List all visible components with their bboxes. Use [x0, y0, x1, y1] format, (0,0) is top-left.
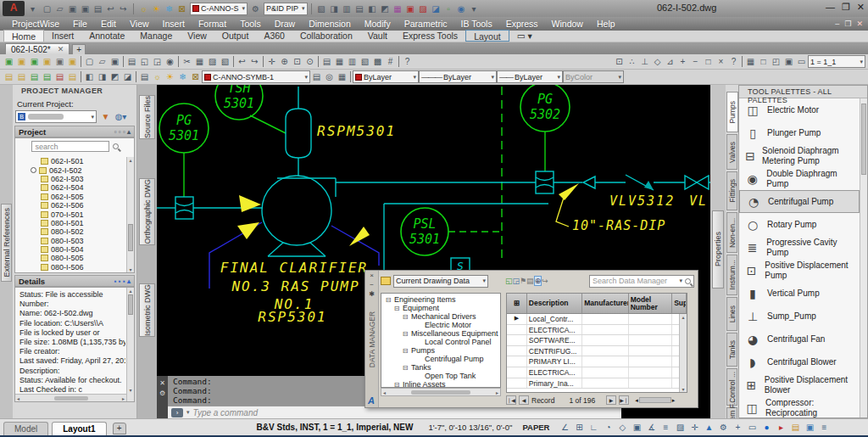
ribbon-tab[interactable]: Insert: [44, 30, 81, 42]
palette-tool-item[interactable]: ◗ Centrifugal Blower: [739, 350, 860, 373]
pm-side-tab[interactable]: Isometric DWG: [139, 283, 155, 337]
palette-tool-item[interactable]: ◫ Compressor: Reciprocating: [739, 396, 860, 417]
qat-icon[interactable]: ▱: [53, 3, 66, 15]
qat-icon[interactable]: ▣: [404, 3, 417, 15]
status-toggle-icon[interactable]: ∟: [587, 423, 600, 432]
palette-tab[interactable]: Pumps: [726, 92, 738, 132]
tool-palettes-title[interactable]: TOOL PALETTES - ALL PALETTES: [739, 86, 867, 98]
status-toggle-icon[interactable]: ∠: [558, 423, 571, 432]
layer-tool-icon[interactable]: ◧: [83, 70, 96, 83]
palette-tool-item[interactable]: ◉ Double Diaphragm Pump: [739, 167, 860, 190]
data-manager-icon[interactable]: ⚑: [520, 277, 526, 285]
dm-tree-item[interactable]: ⊟ Engineering Items: [383, 295, 500, 304]
table-row[interactable]: PRIMARY LI...: [507, 356, 687, 367]
new-layout-button[interactable]: +: [113, 423, 126, 434]
customize-icon[interactable]: ⚙: [157, 389, 168, 399]
workspace-gear-icon[interactable]: ⚙: [249, 3, 262, 15]
layer-state-icon[interactable]: ❄: [176, 70, 189, 83]
layer-combo[interactable]: C-ANNO-SYMB-1▾: [202, 70, 310, 83]
table-row[interactable]: CENTRIFUG...: [507, 346, 687, 357]
new-drawing-tab[interactable]: +: [72, 44, 86, 54]
status-toggle-icon[interactable]: ▨: [673, 423, 687, 432]
project-tree-item[interactable]: 080-I-501: [15, 219, 125, 227]
model-tab[interactable]: Model: [3, 422, 48, 435]
status-toggle-icon[interactable]: ⊞: [572, 423, 586, 432]
project-tree-item[interactable]: 080-I-504: [15, 245, 125, 254]
expand-collapse-icon[interactable]: ⊟: [385, 296, 392, 304]
help-icon[interactable]: ?: [401, 55, 414, 68]
status-toggle-icon[interactable]: ▤: [788, 423, 802, 432]
table-row[interactable]: Primary_Ina...: [507, 378, 687, 389]
dm-tree-item[interactable]: Electric Motor: [383, 321, 500, 329]
command-window-grip[interactable]: ✕⚙: [157, 376, 168, 418]
project-tree-item[interactable]: 062-I-502: [15, 165, 125, 174]
status-toggle-icon[interactable]: ●: [760, 423, 773, 432]
qat-icon[interactable]: ▤: [92, 3, 104, 15]
last-record-button[interactable]: ▶❘: [619, 395, 629, 405]
data-manager-icon[interactable]: ↪: [542, 277, 548, 285]
table-h-scrollbar[interactable]: ◂▸: [635, 397, 675, 404]
palette-toolbar-icon[interactable]: ▩: [371, 55, 384, 68]
layer-tool-icon[interactable]: ▤: [3, 70, 15, 83]
layer-tool-icon[interactable]: ▤: [15, 70, 28, 83]
qat-icon[interactable]: ▤: [353, 3, 366, 15]
open-project-icon[interactable]: ▼: [99, 111, 112, 123]
project-tree-item[interactable]: 062-I-503: [15, 175, 125, 183]
palette-toolbar-icon[interactable]: ▤: [320, 55, 333, 68]
status-toggle-icon[interactable]: +: [731, 423, 744, 432]
current-project-combo[interactable]: B▾: [15, 110, 97, 123]
palette-toolbar-icon[interactable]: ▥: [346, 55, 359, 68]
palette-toolbar-icon[interactable]: #: [384, 55, 397, 68]
ribbon-tab[interactable]: Output: [214, 30, 257, 42]
table-row[interactable]: ELECTRICA...: [507, 367, 687, 378]
menu-item[interactable]: Draw: [268, 19, 303, 29]
menu-item[interactable]: Parametric: [398, 19, 454, 29]
clipboard-toolbar-icon[interactable]: ▧: [219, 55, 231, 68]
doc-minimize-button[interactable]: ‒: [835, 20, 839, 28]
osnap-toolbar-icon[interactable]: +: [676, 55, 689, 68]
layer-tool-icon[interactable]: ◎: [323, 70, 336, 83]
osnap-toolbar-icon[interactable]: ×: [715, 55, 727, 68]
project-tree-item[interactable]: 070-I-501: [15, 210, 125, 218]
qat-icon[interactable]: ▢: [41, 3, 53, 15]
tab-close-icon[interactable]: ✕: [58, 44, 64, 54]
ribbon-minimize-icon[interactable]: ▭ ▾: [509, 30, 540, 42]
projectwise-toolbar-icon[interactable]: ▣: [66, 55, 79, 68]
menu-item[interactable]: View: [123, 19, 156, 29]
expand-collapse-icon[interactable]: ⊟: [402, 364, 409, 372]
status-toggle-icon[interactable]: ⚙: [716, 423, 730, 432]
palette-tool-item[interactable]: ▯ Plunger Pump: [739, 121, 860, 144]
qat-icon[interactable]: ▾: [468, 3, 481, 15]
osnap-toolbar-icon[interactable]: □: [702, 55, 715, 68]
palette-tool-item[interactable]: ≣ Progressive Cavity Pump: [739, 236, 860, 259]
next-record-button[interactable]: ▶: [606, 395, 616, 405]
menu-item[interactable]: IB Tools: [453, 19, 498, 29]
details-scrollbar[interactable]: ▴▾: [126, 288, 134, 401]
navigate-toolbar-icon[interactable]: ⊙: [303, 55, 316, 68]
ribbon-tab[interactable]: Vault: [360, 30, 395, 42]
coordinates-display[interactable]: 1'-7", 0'-10 13/16", 0'-0": [428, 423, 512, 432]
layer-tool-icon[interactable]: ▤: [53, 70, 66, 83]
project-tree-item[interactable]: 062-I-505: [15, 193, 125, 201]
osnap-toolbar-icon[interactable]: ⊥: [638, 55, 651, 68]
project-tree-item[interactable]: 062-I-501: [15, 157, 125, 165]
projectwise-toolbar-icon[interactable]: ▣: [28, 55, 41, 68]
navigate-toolbar-icon[interactable]: ✛: [265, 55, 278, 68]
osnap-toolbar-icon[interactable]: ?: [727, 55, 740, 68]
layer-tool-icon[interactable]: ▦: [336, 70, 348, 83]
project-tree-item[interactable]: 062-I-504: [15, 183, 125, 192]
expand-collapse-icon[interactable]: ⊟: [402, 330, 409, 338]
layer-toggle-icon[interactable]: ☀: [150, 3, 163, 15]
logo-dropdown-icon[interactable]: ▾: [26, 3, 39, 15]
osnap-toolbar-icon[interactable]: ⊿: [664, 55, 676, 68]
close-icon[interactable]: ✕: [157, 378, 168, 389]
lineweight-combo[interactable]: ——ByLayer▾: [497, 70, 563, 83]
dm-tree-h-scrollbar[interactable]: ◂▸: [381, 388, 501, 396]
viewport-toolbar-icon[interactable]: ▣: [782, 55, 795, 68]
file-toolbar-icon[interactable]: ▢: [83, 55, 96, 68]
qat-icon[interactable]: ◪: [430, 3, 442, 15]
clipboard-toolbar-icon[interactable]: ✂: [181, 55, 193, 68]
palette-scrollbar[interactable]: [860, 98, 867, 417]
search-icon[interactable]: [113, 143, 119, 149]
color-combo[interactable]: ByLayer▾: [353, 70, 419, 83]
